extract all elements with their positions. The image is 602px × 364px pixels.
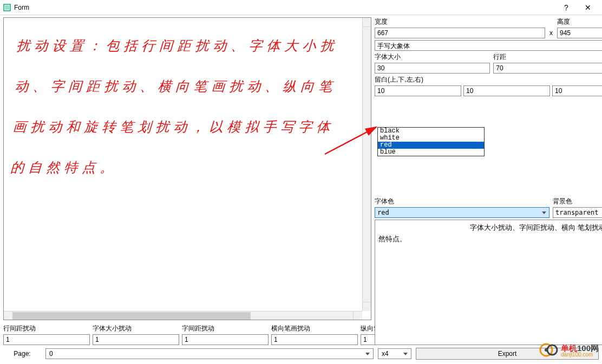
- line-spacing-perturb-input[interactable]: [3, 334, 90, 345]
- svg-rect-1: [5, 5, 9, 10]
- font-size-label: 字体大小: [375, 52, 490, 62]
- option-blue[interactable]: blue: [378, 149, 484, 156]
- height-label: 高度: [557, 17, 602, 27]
- font-family-value: 手写大象体: [377, 42, 410, 50]
- left-panel: 扰动设置：包括行间距扰动、字体大小扰动、字间距扰动、横向笔画扰动、纵向笔画扰动和…: [3, 17, 371, 345]
- dimension-separator: x: [548, 29, 554, 37]
- perturbation-row: 行间距扰动 字体大小扰动 字间距扰动 横向笔画扰动 纵向笔画扰动 旋转笔画扰动: [3, 324, 371, 345]
- watermark: 单机100网 danji100.com: [539, 342, 599, 360]
- titlebar: Form ? ✕: [0, 0, 602, 15]
- description-textbox[interactable]: 字体大小扰动、字间距扰动、横向 笔划扰动，以模拟手写字体的自 然特点。: [375, 220, 602, 345]
- zoom-select[interactable]: x4: [378, 348, 411, 359]
- app-icon: [3, 4, 11, 11]
- window-title: Form: [14, 4, 555, 11]
- help-button[interactable]: ?: [555, 0, 577, 15]
- width-label: 宽度: [375, 17, 545, 27]
- font-color-dropdown[interactable]: black white red blue: [377, 127, 485, 156]
- vertical-scrollbar[interactable]: [362, 18, 371, 311]
- height-input[interactable]: [557, 28, 602, 38]
- preview-canvas-frame: 扰动设置：包括行间距扰动、字体大小扰动、字间距扰动、横向笔画扰动、纵向笔画扰动和…: [3, 17, 371, 320]
- font-size-perturb-input[interactable]: [93, 334, 179, 345]
- line-spacing-perturb-label: 行间距扰动: [3, 324, 90, 333]
- font-family-select[interactable]: 手写大象体: [375, 40, 602, 51]
- bottom-bar: Page: 0 x4 Export: [0, 345, 602, 362]
- line-height-label: 行距: [493, 52, 602, 62]
- svg-point-5: [545, 348, 548, 352]
- h-stroke-perturb-input[interactable]: [271, 334, 358, 345]
- char-spacing-perturb-label: 字间距扰动: [182, 324, 269, 333]
- margin-label: 留白(上,下,左,右): [375, 75, 602, 84]
- close-button[interactable]: ✕: [577, 0, 599, 15]
- right-panel: 宽度 x 高度 手写大象体 字体大小 行距 字距: [375, 17, 602, 345]
- margin-top-input[interactable]: [375, 85, 461, 96]
- bg-color-label: 背景色: [553, 197, 602, 206]
- watermark-logo-icon: [539, 342, 559, 360]
- page-select[interactable]: 0: [45, 348, 374, 359]
- page-label: Page:: [3, 350, 41, 358]
- font-color-select[interactable]: red: [375, 207, 549, 218]
- font-color-label: 字体色: [375, 197, 549, 206]
- svg-line-2: [325, 127, 376, 154]
- bg-color-value: transparent: [555, 209, 598, 216]
- font-color-value: red: [377, 209, 389, 216]
- font-size-input[interactable]: [375, 63, 490, 74]
- bg-color-select[interactable]: transparent: [553, 207, 602, 218]
- width-input[interactable]: [375, 28, 545, 38]
- char-spacing-perturb-input[interactable]: [182, 334, 269, 345]
- preview-canvas[interactable]: 扰动设置：包括行间距扰动、字体大小扰动、字间距扰动、横向笔画扰动、纵向笔画扰动和…: [4, 18, 362, 311]
- zoom-value: x4: [382, 350, 389, 358]
- line-height-input[interactable]: [493, 63, 602, 74]
- h-stroke-perturb-label: 横向笔画扰动: [271, 324, 358, 333]
- page-value: 0: [49, 350, 53, 358]
- margin-bottom-input[interactable]: [463, 85, 550, 96]
- preview-text: 扰动设置：包括行间距扰动、字体大小扰动、字间距扰动、横向笔画扰动、纵向笔画扰动和…: [9, 25, 357, 188]
- margin-left-input[interactable]: [552, 85, 602, 96]
- option-white[interactable]: white: [378, 135, 484, 142]
- font-size-perturb-label: 字体大小扰动: [93, 324, 179, 333]
- annotation-arrow-icon: [322, 124, 382, 157]
- horizontal-scrollbar[interactable]: [4, 311, 362, 320]
